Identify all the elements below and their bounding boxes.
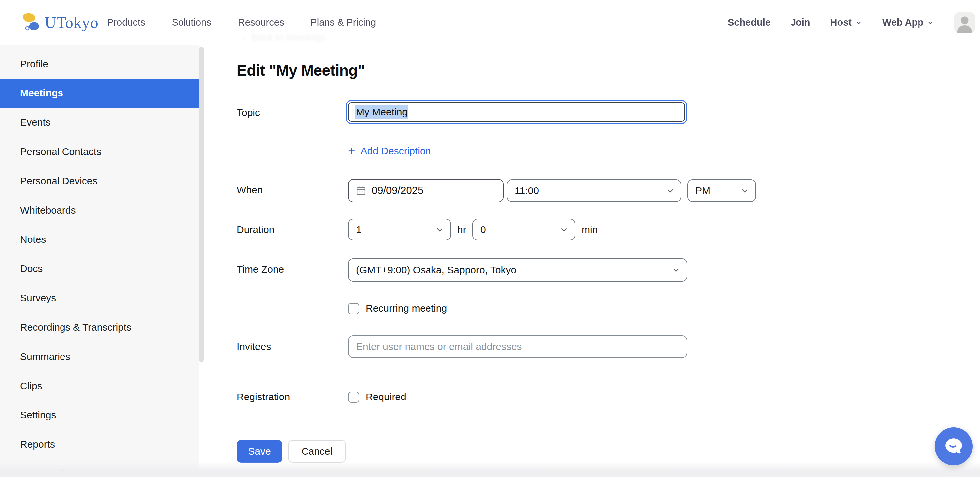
meridiem-select[interactable]: PM [687,179,756,202]
registration-label: Registration [237,391,290,402]
sidebar-item-personal-devices[interactable]: Personal Devices [0,166,199,196]
sidebar-item-summaries[interactable]: Summaries [0,342,199,371]
timezone-select[interactable]: (GMT+9:00) Osaka, Sapporo, Tokyo [348,258,687,282]
sidebar-item-events[interactable]: Events [0,108,199,137]
when-label: When [237,184,262,196]
chevron-down-icon [665,186,675,195]
timezone-label: Time Zone [237,264,284,275]
sidebar-item-recordings-transcripts[interactable]: Recordings & Transcripts [0,313,199,342]
sidebar-item-reports[interactable]: Reports [0,430,199,459]
cancel-button[interactable]: Cancel [288,440,346,463]
topic-input-focus-ring: My Meeting [346,100,687,124]
duration-minutes-select[interactable]: 0 [473,219,576,241]
top-navbar: UTokyo Products Solutions Resources Plan… [0,0,980,45]
zoom-web-portal: Back to Meetings UTokyo Products Solutio… [0,0,980,477]
minutes-unit-label: min [582,224,598,235]
ginkgo-leaf-icon [19,12,41,33]
person-icon [954,12,975,33]
invitees-input[interactable] [348,335,687,358]
registration-required-checkbox[interactable] [348,391,360,403]
time-value: 11:00 [515,185,539,196]
meridiem-value: PM [695,185,710,196]
nav-resources[interactable]: Resources [238,17,284,28]
topic-input-selected-text: My Meeting [355,105,408,119]
date-value: 09/09/2025 [372,185,423,196]
chevron-down-icon [671,265,681,275]
profile-avatar[interactable] [954,12,975,33]
chevron-down-icon [927,19,934,26]
hours-unit-label: hr [457,224,466,235]
nav-host-label: Host [830,17,852,28]
nav-solutions[interactable]: Solutions [172,17,211,28]
sidebar-scrollbar[interactable] [199,46,204,362]
date-picker[interactable]: 09/09/2025 [348,179,504,202]
plus-icon: + [348,145,355,157]
sidebar-item-whiteboards[interactable]: Whiteboards [0,196,199,225]
nav-webapp-menu[interactable]: Web App [882,17,934,28]
page-title: Edit "My Meeting" [237,61,365,79]
recurring-meeting-label[interactable]: Recurring meeting [366,303,447,314]
nav-webapp-label: Web App [882,17,923,28]
add-description-button[interactable]: + Add Description [348,145,431,157]
topic-label: Topic [237,107,260,118]
support-chat-button[interactable] [935,428,973,465]
user-nav: Schedule Join Host Web App [728,0,975,45]
registration-required-label[interactable]: Required [366,391,406,402]
duration-label: Duration [237,224,274,235]
sidebar-item-meetings[interactable]: Meetings [0,78,199,108]
nav-host-menu[interactable]: Host [830,17,862,28]
recurring-meeting-checkbox[interactable] [348,303,360,314]
settings-sidebar: Profile Meetings Events Personal Contact… [0,45,199,477]
duration-minutes-value: 0 [480,224,486,235]
sidebar-item-account-profile[interactable]: Account Profile [0,459,199,477]
invitees-label: Invitees [237,341,271,352]
chevron-down-icon [855,19,862,26]
primary-nav: Products Solutions Resources Plans & Pri… [107,0,376,45]
time-select[interactable]: 11:00 [507,179,681,202]
sidebar-item-surveys[interactable]: Surveys [0,283,199,313]
sidebar-item-personal-contacts[interactable]: Personal Contacts [0,137,199,166]
sidebar-item-settings[interactable]: Settings [0,400,199,430]
chevron-down-icon [560,225,569,234]
duration-hours-select[interactable]: 1 [348,219,451,241]
sidebar-item-profile[interactable]: Profile [0,49,199,78]
duration-hours-value: 1 [356,224,362,235]
utokyo-logo[interactable]: UTokyo [19,0,99,45]
logo-wordmark: UTokyo [45,13,99,32]
chat-smile-icon [943,436,965,457]
topic-input[interactable]: My Meeting [348,102,685,122]
calendar-icon [355,185,367,196]
save-button[interactable]: Save [237,440,282,463]
add-description-label: Add Description [361,145,431,157]
nav-join[interactable]: Join [791,17,810,28]
chevron-down-icon [740,186,749,195]
timezone-value: (GMT+9:00) Osaka, Sapporo, Tokyo [356,265,516,276]
sidebar-item-docs[interactable]: Docs [0,254,199,283]
sidebar-item-clips[interactable]: Clips [0,371,199,400]
nav-schedule[interactable]: Schedule [728,17,770,28]
chevron-down-icon [435,225,444,234]
sidebar-item-notes[interactable]: Notes [0,225,199,254]
nav-plans-pricing[interactable]: Plans & Pricing [310,17,376,28]
nav-products[interactable]: Products [107,17,145,28]
